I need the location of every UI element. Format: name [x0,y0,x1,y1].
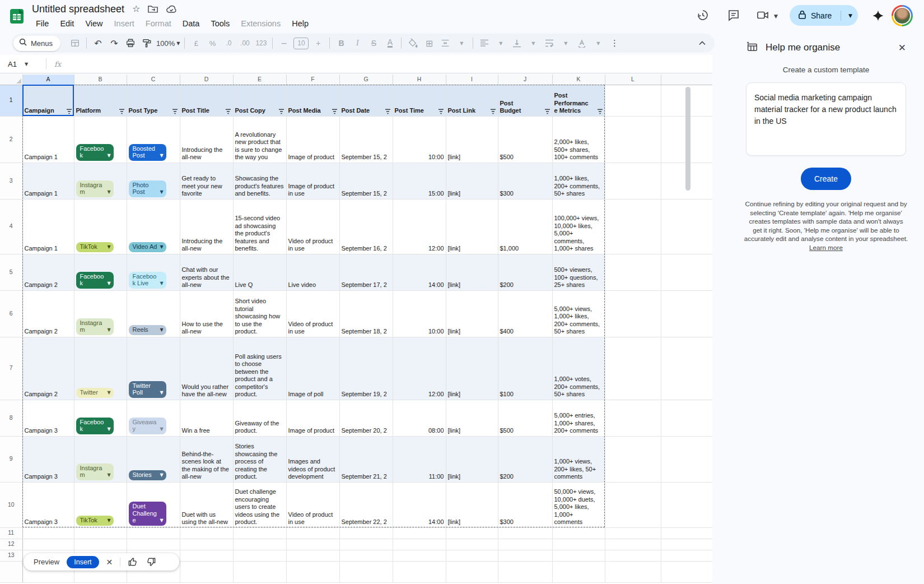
print-icon[interactable] [124,36,137,50]
platform-chip[interactable]: TikTok▼ [76,242,114,252]
cell-post-link[interactable]: [link] [446,482,498,527]
header-cell-post-date[interactable]: Post Date [339,85,393,116]
cell-platform[interactable]: Facebook▼ [74,400,127,436]
cell-post-time[interactable]: 08:00 [393,400,446,436]
cell-campaign[interactable]: Campaign 3 [22,436,74,482]
cell-post-date[interactable]: September 20, 2 [339,400,393,436]
cell-platform[interactable]: Instagram▼ [74,163,127,199]
post-type-chip[interactable]: Giveaway▼ [129,418,166,434]
cell-campaign[interactable]: Campaign 1 [22,163,74,199]
cell-campaign[interactable]: Campaign 2 [22,254,74,290]
cell-post-media[interactable]: Images and videos of product development [286,436,339,482]
row-header-1[interactable]: 1 [0,85,22,116]
column-header-h[interactable]: H [393,75,446,85]
row-header-12[interactable]: 12 [0,539,22,550]
platform-chip[interactable]: TikTok▼ [76,516,114,526]
cell-post-type[interactable]: Reels▼ [127,290,180,337]
cell-post-link[interactable]: [link] [446,254,498,290]
cell[interactable] [552,561,605,582]
platform-chip[interactable]: Facebook▼ [76,272,114,289]
row-header-5[interactable]: 5 [0,254,22,290]
cell[interactable] [605,561,661,582]
cell-post-type[interactable]: Stories▼ [127,436,180,482]
create-button[interactable]: Create [801,168,851,190]
menu-view[interactable]: View [81,18,106,29]
cell-campaign[interactable]: Campaign 3 [22,482,74,527]
cell-post-media[interactable]: Video of product in use [286,199,339,254]
header-cell-post-metrics[interactable]: Post Performance Metrics [552,85,605,116]
thumbs-down-icon[interactable] [146,557,156,567]
header-cell-post-budget[interactable]: Post Budget [498,85,552,116]
cell-post-date[interactable]: September 18, 2 [339,290,393,337]
cell-post-link[interactable]: [link] [446,163,498,199]
cell-post-metrics[interactable]: 100,000+ views, 10,000+ likes, 5,000+ co… [552,199,605,254]
cell[interactable] [446,561,498,582]
platform-chip[interactable]: Instagram▼ [76,180,114,197]
cell[interactable] [286,527,339,539]
percent-format-icon[interactable]: % [206,36,219,50]
cell-post-copy[interactable]: Giveaway of the product. [233,400,286,436]
select-all-corner[interactable] [0,75,22,85]
cell[interactable] [661,436,712,482]
cell[interactable] [180,561,233,582]
post-type-chip[interactable]: Stories▼ [129,470,166,480]
filter-icon[interactable] [385,109,391,115]
cell-post-title[interactable]: Get ready to meet your new favorite [180,163,233,199]
close-icon[interactable]: ✕ [898,42,906,53]
header-cell-post-type[interactable]: Post Type [127,85,180,116]
cell[interactable] [393,539,446,550]
cell[interactable] [605,436,661,482]
table-view-icon[interactable] [68,36,82,50]
cell-post-type[interactable]: Facebook Live▼ [127,254,180,290]
cell-platform[interactable]: Facebook▼ [74,254,127,290]
cell-platform[interactable]: Instagram▼ [74,436,127,482]
fill-color-icon[interactable] [406,36,419,50]
cell-post-time[interactable]: 10:00 [393,290,446,337]
cell[interactable] [393,561,446,582]
decrease-decimal-icon[interactable]: .0 [222,36,235,50]
horizontal-align-icon[interactable] [478,36,491,50]
cell-post-media[interactable]: Video of product in use [286,482,339,527]
cell[interactable] [286,561,339,582]
cell[interactable] [286,550,339,561]
cell-post-link[interactable]: [link] [446,400,498,436]
cell-post-media[interactable]: Image of poll [286,337,339,400]
cell[interactable] [74,527,127,539]
share-button[interactable]: Share ▼ [790,5,858,26]
cell[interactable] [605,527,661,539]
cell[interactable] [339,561,393,582]
cell-post-budget[interactable]: $500 [498,400,552,436]
cell[interactable] [74,539,127,550]
cell[interactable] [498,561,552,582]
cell-post-date[interactable]: September 19, 2 [339,337,393,400]
cell[interactable] [605,199,661,254]
cell[interactable] [661,400,712,436]
cell-post-date[interactable]: September 17, 2 [339,254,393,290]
cell[interactable] [446,527,498,539]
header-cell-post-media[interactable]: Post Media [286,85,339,116]
post-type-chip[interactable]: Photo Post▼ [129,180,166,197]
cell[interactable] [605,400,661,436]
row-header-7[interactable]: 7 [0,337,22,400]
cell-post-metrics[interactable]: 1,000+ votes, 200+ comments, 50+ shares [552,337,605,400]
cell[interactable] [180,550,233,561]
cell-post-copy[interactable]: Short video tutorial showcasing how to u… [233,290,286,337]
cell-campaign[interactable]: Campaign 2 [22,290,74,337]
font-size-decrease-icon[interactable]: − [277,36,291,50]
post-type-chip[interactable]: Duet Challenge▼ [129,502,166,526]
cell-post-type[interactable]: Twitter Poll▼ [127,337,180,400]
move-folder-icon[interactable] [148,4,158,13]
cell[interactable] [661,561,712,582]
strikethrough-icon[interactable]: S [367,36,380,50]
number-format-icon[interactable]: 123 [254,36,268,50]
horizontal-align-caret[interactable]: ▼ [494,36,507,50]
cell[interactable] [605,254,661,290]
cell-post-date[interactable]: September 16, 2 [339,199,393,254]
header-cell-post-link[interactable]: Post Link [446,85,498,116]
currency-format-icon[interactable]: £ [189,36,203,50]
cell[interactable] [233,539,286,550]
menu-extensions[interactable]: Extensions [237,18,284,29]
post-type-chip[interactable]: Twitter Poll▼ [129,381,166,398]
cell[interactable] [661,539,712,550]
cell[interactable] [127,539,180,550]
